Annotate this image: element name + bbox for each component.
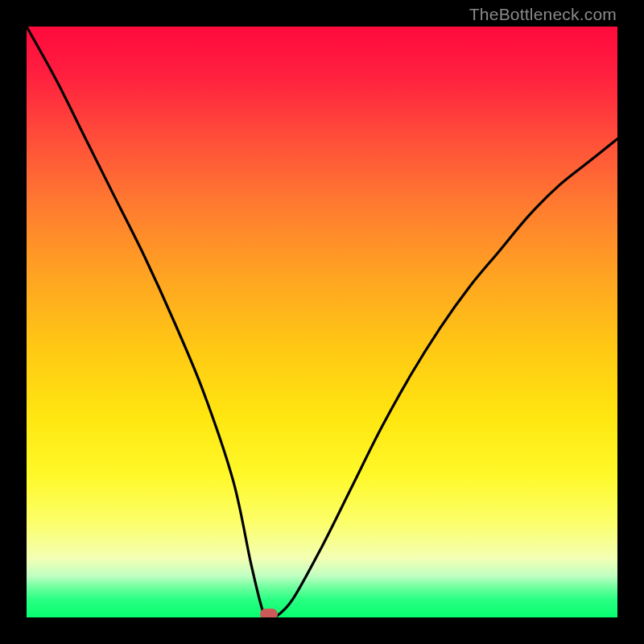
plot-area	[27, 27, 617, 617]
optimal-point-marker	[260, 609, 278, 617]
chart-frame: TheBottleneck.com	[0, 0, 644, 644]
watermark-text: TheBottleneck.com	[469, 5, 617, 24]
curve-svg	[27, 27, 617, 617]
bottleneck-curve-path	[27, 27, 617, 617]
